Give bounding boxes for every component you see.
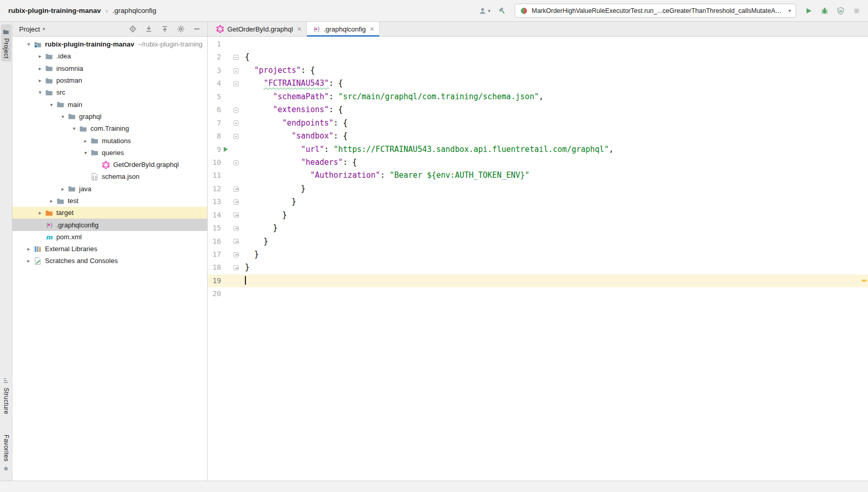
code-line-3[interactable]: 3 "projects": { <box>208 64 868 77</box>
code-text[interactable]: } <box>242 182 868 195</box>
code-text[interactable]: } <box>242 209 868 222</box>
code-text[interactable]: } <box>242 195 868 208</box>
line-number[interactable]: 18 <box>208 261 221 274</box>
code-line-10[interactable]: 10 "headers": { <box>208 156 868 169</box>
editor-gutter[interactable]: 12 <box>208 182 242 195</box>
editor-gutter[interactable]: 17 <box>208 248 242 261</box>
stop-disabled-button[interactable] <box>853 7 861 15</box>
code-line-19[interactable]: 19 <box>208 274 868 287</box>
line-number[interactable]: 16 <box>208 235 221 248</box>
line-number[interactable]: 7 <box>208 117 221 130</box>
fold-marker-icon[interactable] <box>234 160 239 165</box>
code-text[interactable]: "schemaPath": "src/main/graphql/com.trai… <box>242 90 868 103</box>
tree-item-.idea[interactable]: ▸.idea <box>12 50 207 62</box>
tool-button-project[interactable]: Project <box>1 24 11 62</box>
tab-close-icon[interactable]: × <box>370 25 374 33</box>
tool-button-structure[interactable]: Structure <box>1 374 11 417</box>
code-line-1[interactable]: 1 <box>208 38 868 51</box>
editor-gutter[interactable]: 20 <box>208 287 242 300</box>
code-line-16[interactable]: 16 } <box>208 235 868 248</box>
line-number[interactable]: 20 <box>208 287 221 300</box>
fold-marker-icon[interactable] <box>234 239 239 244</box>
run-configuration-select[interactable]: MarkOrderHighValueRuleExecutorTest.run_.… <box>515 4 796 18</box>
line-number[interactable]: 6 <box>208 103 221 116</box>
tree-item-src[interactable]: ▾src <box>12 86 207 98</box>
tree-item-graphql[interactable]: ▾graphql <box>12 111 207 122</box>
tab-close-icon[interactable]: × <box>297 25 301 33</box>
line-number[interactable]: 19 <box>208 274 221 287</box>
code-line-14[interactable]: 14 } <box>208 209 868 222</box>
tree-item-com.training[interactable]: ▾com.Training <box>12 122 207 134</box>
tree-item-insomnia[interactable]: ▸insomnia <box>12 63 207 74</box>
code-text[interactable]: "endpoints": { <box>242 117 868 130</box>
project-view-dropdown[interactable]: Project ▾ <box>19 25 45 33</box>
fold-marker-icon[interactable] <box>234 252 239 257</box>
code-text[interactable]: } <box>242 248 868 261</box>
chevron-down-icon[interactable]: ▾ <box>58 114 68 119</box>
code-line-17[interactable]: 17 } <box>208 248 868 261</box>
chevron-down-icon[interactable]: ▾ <box>47 102 56 107</box>
fold-marker-icon[interactable] <box>234 68 239 73</box>
line-number[interactable]: 8 <box>208 130 221 143</box>
code-text[interactable]: } <box>242 261 868 274</box>
code-line-15[interactable]: 15 } <box>208 222 868 235</box>
fold-marker-icon[interactable] <box>234 120 239 126</box>
line-number[interactable]: 4 <box>208 77 221 90</box>
code-text[interactable]: { <box>242 51 868 64</box>
code-text[interactable]: } <box>242 222 868 235</box>
editor-gutter[interactable]: 5 <box>208 90 242 103</box>
tree-item-external-libraries[interactable]: ▸External Libraries <box>12 243 207 255</box>
code-line-11[interactable]: 11 "Authorization": "Bearer ${env:AUTH_T… <box>208 169 868 182</box>
editor-gutter[interactable]: 4 <box>208 77 242 90</box>
editor-gutter[interactable]: 18 <box>208 261 242 274</box>
fold-marker-icon[interactable] <box>234 187 239 192</box>
fold-marker-icon[interactable] <box>234 226 239 231</box>
coverage-button[interactable] <box>836 7 845 15</box>
run-button[interactable] <box>804 7 813 15</box>
debug-button[interactable] <box>820 7 829 15</box>
code-line-6[interactable]: 6 "extensions": { <box>208 103 868 116</box>
editor-gutter[interactable]: 2 <box>208 51 242 64</box>
line-number[interactable]: 15 <box>208 222 221 235</box>
code-line-5[interactable]: 5 "schemaPath": "src/main/graphql/com.tr… <box>208 90 868 103</box>
tree-item-target[interactable]: ▸target <box>12 207 207 219</box>
user-button[interactable]: ▾ <box>478 7 490 15</box>
editor-gutter[interactable]: 10 <box>208 156 242 169</box>
build-hammer-button[interactable] <box>498 7 506 15</box>
code-text[interactable]: "url": "https://FCTRAINAU543.sandbox.api… <box>242 143 868 156</box>
chevron-right-icon[interactable]: ▸ <box>35 210 45 216</box>
hide-button[interactable] <box>193 25 201 33</box>
code-text[interactable]: "Authorization": "Bearer ${env:AUTH_TOKE… <box>242 169 868 182</box>
fold-marker-icon[interactable] <box>234 55 239 60</box>
code-text[interactable]: "headers": { <box>242 156 868 169</box>
code-line-2[interactable]: 2{ <box>208 51 868 64</box>
tree-item-pom.xml[interactable]: mpom.xml <box>12 231 207 243</box>
code-text[interactable]: "FCTRAINAU543": { <box>242 77 868 90</box>
code-text[interactable] <box>242 274 868 287</box>
chevron-right-icon[interactable]: ▸ <box>47 198 56 204</box>
tree-item-.graphqlconfig[interactable]: {}.graphqlconfig <box>12 219 207 230</box>
breadcrumb-project[interactable]: rubix-plugin-training-manav <box>8 7 101 14</box>
editor-gutter[interactable]: 14 <box>208 209 242 222</box>
line-number[interactable]: 14 <box>208 209 221 222</box>
editor-gutter[interactable]: 13 <box>208 195 242 208</box>
code-line-9[interactable]: 9 "url": "https://FCTRAINAU543.sandbox.a… <box>208 143 868 156</box>
run-line-icon[interactable] <box>224 147 228 152</box>
code-view[interactable]: 12{3 "projects": {4 "FCTRAINAU543": {5 "… <box>208 37 868 301</box>
line-number[interactable]: 12 <box>208 182 221 195</box>
fold-marker-icon[interactable] <box>234 81 239 86</box>
code-text[interactable]: "extensions": { <box>242 103 868 116</box>
editor-tab-getorderbyid.graphql[interactable]: GetOrderById.graphql× <box>211 22 307 36</box>
code-line-7[interactable]: 7 "endpoints": { <box>208 117 868 130</box>
code-text[interactable] <box>242 38 868 51</box>
line-number[interactable]: 3 <box>208 64 221 77</box>
tree-item-java[interactable]: ▸java <box>12 183 207 195</box>
line-number[interactable]: 5 <box>208 90 221 103</box>
editor-gutter[interactable]: 11 <box>208 169 242 182</box>
editor-gutter[interactable]: 9 <box>208 143 242 156</box>
editor-gutter[interactable]: 8 <box>208 130 242 143</box>
chevron-right-icon[interactable]: ▸ <box>24 258 34 264</box>
line-number[interactable]: 1 <box>208 38 221 51</box>
chevron-right-icon[interactable]: ▸ <box>35 53 45 59</box>
fold-marker-icon[interactable] <box>234 265 239 270</box>
